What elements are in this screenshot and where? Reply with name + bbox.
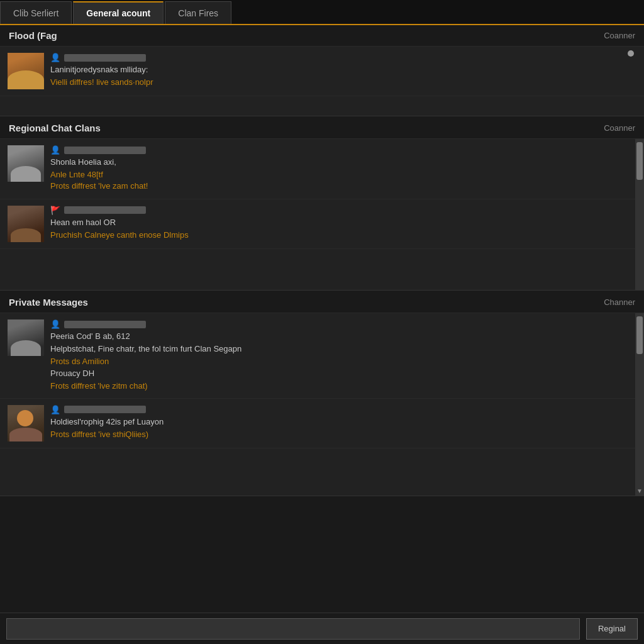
avatar-pm-1 <box>8 319 44 356</box>
scroll-down-icon[interactable]: ▼ <box>636 487 643 494</box>
private-body: 👤 Peeria Cod' B ab, 612 Helpbstchat, Fin… <box>0 313 644 496</box>
avatar-regional-1 <box>8 145 44 182</box>
regional-text3[interactable]: Prots diffrest 'lve zam chat! <box>50 180 636 192</box>
private-action[interactable]: Channer <box>604 297 635 307</box>
flood-title: Flood (Fag <box>9 30 57 41</box>
user-icon-pm-1: 👤 <box>50 319 60 329</box>
regional-text1: Shonla Hoelia axi, <box>50 157 636 168</box>
pm-username-row-2: 👤 <box>50 405 636 414</box>
pm-msg-content-1: 👤 Peeria Cod' B ab, 612 Helpbstchat, Fin… <box>50 319 636 392</box>
reginal-button[interactable]: Reginal <box>586 618 638 640</box>
tab-club-select[interactable]: Clib Serliert <box>0 1 72 24</box>
regional-text5[interactable]: Pruchish Calneye canth enose Dlmips <box>50 230 636 241</box>
private-section: Private Messages Channer 👤 Peeria Cod' B… <box>0 292 644 496</box>
pm-text5[interactable]: Frots diffrest 'lve zitm chat) <box>50 380 636 392</box>
username-bar-flood-1 <box>64 54 146 62</box>
regional-body: 👤 Shonla Hoelia axi, Anle Lnte 48[tf Pro… <box>0 139 644 290</box>
regional-scrollbar[interactable] <box>635 139 644 290</box>
pm-text2: Helpbstchat, Fine chatr, the fol tcim fu… <box>50 343 636 355</box>
pm-message-1: 👤 Peeria Cod' B ab, 612 Helpbstchat, Fin… <box>0 313 644 399</box>
flood-username-row-1: 👤 <box>50 53 636 62</box>
regional-scrollbar-thumb <box>636 142 643 180</box>
tab-clan-fires[interactable]: Clan Fires <box>165 1 231 24</box>
tab-bar: Clib Serliert General acount Clan Fires <box>0 0 644 25</box>
flood-text2[interactable]: Vielli diffres! live sands·nolpr <box>50 77 636 88</box>
flood-header: Flood (Fag Coanner <box>0 25 644 47</box>
pm-text1: Peeria Cod' B ab, 612 <box>50 331 636 342</box>
avatar-pm-2 <box>8 405 44 441</box>
flood-msg-content-1: 👤 Laninitjoredysnaks mlliday: Vielli dif… <box>50 53 636 88</box>
private-title: Private Messages <box>9 297 88 308</box>
main-content: Flood (Fag Coanner 👤 Laninitjoredysnaks … <box>0 25 644 613</box>
pm-message-2: 👤 Holdiesl'rophig 42is pef Luayon Prots … <box>0 399 644 448</box>
regional-title: Regional Chat Clans <box>9 123 101 133</box>
regional-text2: Anle Lnte 48[tf <box>50 169 636 180</box>
username-bar-regional-2 <box>64 206 146 214</box>
online-dot-flood <box>628 50 634 57</box>
flood-body: 👤 Laninitjoredysnaks mlliday: Vielli dif… <box>0 47 644 116</box>
pm-text6: Holdiesl'rophig 42is pef Luayon <box>50 416 636 428</box>
regional-username-row-1: 👤 <box>50 145 636 155</box>
footer: Reginal <box>0 613 644 644</box>
flood-text1: Laninitjoredysnaks mlliday: <box>50 64 636 75</box>
regional-section: Regional Chat Clans Coanner 👤 Shonla Hoe… <box>0 118 644 291</box>
username-bar-pm-1 <box>64 321 146 328</box>
pm-text4: Prouacy DH <box>50 368 636 379</box>
pm-text7[interactable]: Prots diffrest 'ive sthiQliies) <box>50 429 636 440</box>
avatar-regional-2 <box>8 206 44 242</box>
chat-input[interactable] <box>6 618 580 640</box>
user-icon-regional-2: 🚩 <box>50 206 60 215</box>
regional-text4: Hean em haol OR <box>50 217 636 228</box>
regional-username-row-2: 🚩 <box>50 206 636 215</box>
avatar-flood-1 <box>8 53 44 89</box>
tab-general-account[interactable]: General acount <box>73 1 164 24</box>
username-bar-pm-2 <box>64 406 146 413</box>
private-header: Private Messages Channer <box>0 292 644 313</box>
regional-msg-content-2: 🚩 Hean em haol OR Pruchish Calneye canth… <box>50 206 636 241</box>
regional-message-1: 👤 Shonla Hoelia axi, Anle Lnte 48[tf Pro… <box>0 139 644 199</box>
regional-message-2: 🚩 Hean em haol OR Pruchish Calneye canth… <box>0 199 644 249</box>
regional-action[interactable]: Coanner <box>604 123 635 133</box>
pm-text3[interactable]: Prots ds Amilion <box>50 356 636 367</box>
regional-msg-content-1: 👤 Shonla Hoelia axi, Anle Lnte 48[tf Pro… <box>50 145 636 192</box>
user-icon-pm-2: 👤 <box>50 405 60 414</box>
user-icon-flood-1: 👤 <box>50 53 60 62</box>
flood-action[interactable]: Coanner <box>604 31 635 40</box>
pm-username-row-1: 👤 <box>50 319 636 329</box>
flood-section: Flood (Fag Coanner 👤 Laninitjoredysnaks … <box>0 25 644 116</box>
username-bar-regional-1 <box>64 147 146 154</box>
private-scrollbar-thumb <box>636 316 643 354</box>
flood-message-1: 👤 Laninitjoredysnaks mlliday: Vielli dif… <box>0 47 644 96</box>
private-scrollbar[interactable]: ▼ <box>635 313 644 496</box>
pm-msg-content-2: 👤 Holdiesl'rophig 42is pef Luayon Prots … <box>50 405 636 440</box>
user-icon-regional-1: 👤 <box>50 145 60 155</box>
regional-header: Regional Chat Clans Coanner <box>0 118 644 139</box>
